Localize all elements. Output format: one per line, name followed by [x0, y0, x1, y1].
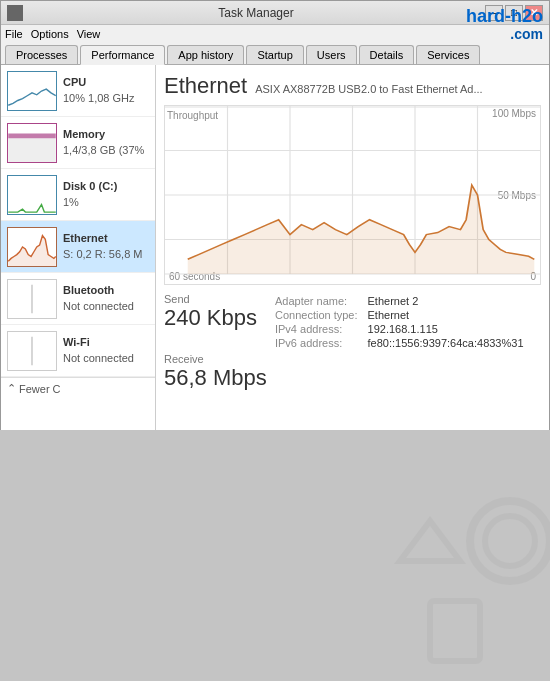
svg-marker-17: [400, 521, 460, 561]
send-stat: Send 240 Kbps: [164, 293, 257, 351]
receive-stat: Receive 56,8 Mbps: [164, 353, 267, 391]
wifi-value: Not connected: [63, 351, 134, 366]
window-title: Task Manager: [27, 6, 485, 20]
tab-processes[interactable]: Processes: [5, 45, 78, 64]
cpu-label: CPU: [63, 75, 135, 90]
main-content: Ethernet ASIX AX88772B USB2.0 to Fast Et…: [156, 65, 549, 430]
desktop-background: 2 Running Actions — □ ✕ Speed: 4,71 MB/s…: [0, 430, 550, 681]
file-menu[interactable]: File: [5, 28, 23, 40]
adapter-name-label: Adapter name:: [275, 295, 366, 307]
send-label: Send: [164, 293, 257, 305]
memory-label: Memory: [63, 127, 144, 142]
conn-type-value: Ethernet: [368, 309, 524, 321]
adapter-name-value: Ethernet 2: [368, 295, 524, 307]
tab-startup[interactable]: Startup: [246, 45, 303, 64]
tab-apphistory[interactable]: App history: [167, 45, 244, 64]
receive-label: Receive: [164, 353, 267, 365]
memory-value: 1,4/3,8 GB (37%: [63, 143, 144, 158]
throughput-chart: Throughput 100 Mbps 50 Mbps 60 seconds 0: [164, 105, 541, 285]
tab-bar: Processes Performance App history Startu…: [1, 43, 549, 65]
sidebar-item-cpu[interactable]: CPU 10% 1,08 GHz: [1, 65, 155, 117]
wifi-mini-graph: [7, 331, 57, 371]
svg-rect-0: [8, 138, 56, 162]
ethernet-title: Ethernet: [164, 73, 247, 99]
fewer-button[interactable]: ⌃ Fewer C: [1, 377, 155, 399]
ipv6-row: IPv6 address: fe80::1556:9397:64ca:4833%…: [275, 337, 524, 349]
conn-type-label: Connection type:: [275, 309, 366, 321]
ethernet-subtitle: ASIX AX88772B USB2.0 to Fast Ethernet Ad…: [255, 83, 482, 95]
cpu-mini-graph: [7, 71, 57, 111]
ipv6-label: IPv6 address:: [275, 337, 366, 349]
wifi-label: Wi-Fi: [63, 335, 134, 350]
app-icon: [7, 5, 23, 21]
bg-decoration: [370, 481, 550, 681]
bluetooth-label: Bluetooth: [63, 283, 134, 298]
ethernet-mini-graph: [7, 227, 57, 267]
ethernet-label: Ethernet: [63, 231, 142, 246]
memory-mini-graph: [7, 123, 57, 163]
svg-rect-16: [430, 601, 480, 661]
adapter-table: Adapter name: Ethernet 2 Connection type…: [273, 293, 526, 351]
tab-performance[interactable]: Performance: [80, 45, 165, 65]
ethernet-header: Ethernet ASIX AX88772B USB2.0 to Fast Et…: [164, 73, 541, 99]
sidebar-item-bluetooth[interactable]: Bluetooth Not connected: [1, 273, 155, 325]
tab-users[interactable]: Users: [306, 45, 357, 64]
svg-point-15: [485, 516, 535, 566]
ipv4-label: IPv4 address:: [275, 323, 366, 335]
sidebar-item-wifi[interactable]: Wi-Fi Not connected: [1, 325, 155, 377]
stats-row: Send 240 Kbps Adapter name: Ethernet 2 C…: [164, 293, 541, 351]
cpu-value: 10% 1,08 GHz: [63, 91, 135, 106]
chevron-up-icon: ⌃: [7, 382, 16, 395]
adapter-info: Adapter name: Ethernet 2 Connection type…: [273, 293, 541, 351]
ipv4-value: 192.168.1.115: [368, 323, 524, 335]
svg-rect-1: [8, 133, 56, 138]
send-value: 240 Kbps: [164, 305, 257, 331]
fewer-label: Fewer C: [19, 383, 61, 395]
receive-stats-row: Receive 56,8 Mbps: [164, 353, 541, 391]
ipv6-value: fe80::1556:9397:64ca:4833%31: [368, 337, 524, 349]
options-menu[interactable]: Options: [31, 28, 69, 40]
sidebar: CPU 10% 1,08 GHz Memory 1,4/3,8 GB (37%: [1, 65, 156, 430]
task-manager-window: hard-h2o .com Task Manager — □ ✕ File Op…: [0, 0, 550, 430]
connection-type-row: Connection type: Ethernet: [275, 309, 524, 321]
disk-label: Disk 0 (C:): [63, 179, 117, 194]
ethernet-value: S: 0,2 R: 56,8 M: [63, 247, 142, 262]
tab-services[interactable]: Services: [416, 45, 480, 64]
adapter-name-row: Adapter name: Ethernet 2: [275, 295, 524, 307]
sidebar-item-memory[interactable]: Memory 1,4/3,8 GB (37%: [1, 117, 155, 169]
disk-value: 1%: [63, 195, 117, 210]
receive-value: 56,8 Mbps: [164, 365, 267, 391]
content-area: CPU 10% 1,08 GHz Memory 1,4/3,8 GB (37%: [1, 65, 549, 430]
bluetooth-mini-graph: [7, 279, 57, 319]
tab-details[interactable]: Details: [359, 45, 415, 64]
disk-mini-graph: [7, 175, 57, 215]
view-menu[interactable]: View: [77, 28, 101, 40]
branding: hard-h2o .com: [466, 7, 543, 42]
sidebar-item-ethernet[interactable]: Ethernet S: 0,2 R: 56,8 M: [1, 221, 155, 273]
sidebar-item-disk[interactable]: Disk 0 (C:) 1%: [1, 169, 155, 221]
bluetooth-value: Not connected: [63, 299, 134, 314]
ipv4-row: IPv4 address: 192.168.1.115: [275, 323, 524, 335]
